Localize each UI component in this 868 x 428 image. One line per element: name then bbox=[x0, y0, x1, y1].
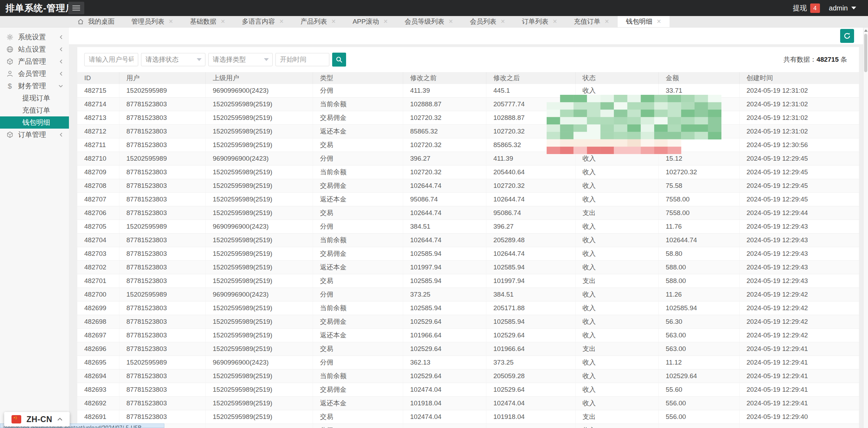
table-cell: 373.25 bbox=[486, 356, 576, 369]
withdraw-notice-button[interactable]: 提现 4 bbox=[793, 3, 820, 13]
scrollbar-thumb[interactable] bbox=[864, 34, 867, 72]
tab-7[interactable]: 会员列表✕ bbox=[461, 16, 513, 27]
close-icon[interactable]: ✕ bbox=[383, 19, 388, 24]
table-row[interactable]: 4827098778152380315202595989(2519)当前余额10… bbox=[77, 166, 859, 179]
table-cell: 2024-05-19 12:29:43 bbox=[740, 274, 859, 288]
tab-label: 钱包明细 bbox=[626, 17, 652, 26]
tab-2[interactable]: 基础数据✕ bbox=[181, 16, 233, 27]
table-cell: 102585.94 bbox=[403, 247, 486, 260]
type-select-placeholder: 请选择类型 bbox=[213, 55, 246, 64]
close-icon[interactable]: ✕ bbox=[169, 19, 173, 24]
table-row[interactable]: 482690152025959899690996900(2423)分佣351.5… bbox=[77, 424, 859, 428]
table-row[interactable]: 4826978778152380315202595989(2519)返还本金10… bbox=[77, 329, 859, 342]
tab-label: 基础数据 bbox=[190, 17, 216, 26]
table-row[interactable]: 4827088778152380315202595989(2519)交易佣金10… bbox=[77, 179, 859, 193]
tab-10[interactable]: 钱包明细✕ bbox=[618, 16, 670, 27]
close-icon[interactable]: ✕ bbox=[448, 19, 453, 24]
tab-label: 充值订单 bbox=[574, 17, 600, 26]
close-icon[interactable]: ✕ bbox=[220, 19, 225, 24]
close-icon[interactable]: ✕ bbox=[604, 19, 609, 24]
table-cell: 收入 bbox=[576, 329, 659, 342]
start-time-input[interactable] bbox=[275, 53, 329, 66]
sidebar-item-5[interactable]: 提现订单 bbox=[0, 92, 69, 104]
scrollbar-up-arrow-icon[interactable] bbox=[863, 28, 868, 33]
language-selector[interactable]: ZH-CN bbox=[4, 412, 70, 427]
table-cell: 15202595989(2519) bbox=[206, 342, 313, 356]
status-select[interactable]: 请选择状态 bbox=[141, 53, 205, 66]
tab-desktop[interactable]: 我的桌面 bbox=[69, 16, 123, 27]
table-row[interactable]: 4827038778152380315202595989(2519)交易佣金10… bbox=[77, 247, 859, 261]
table-row[interactable]: 4826948778152380315202595989(2519)当前余额10… bbox=[77, 369, 859, 383]
globe-icon bbox=[6, 46, 14, 53]
search-button[interactable] bbox=[332, 53, 346, 67]
table-row[interactable]: 482695152025959899690996900(2423)分佣362.1… bbox=[77, 356, 859, 369]
table-body: 482715152025959899690996900(2423)分佣411.3… bbox=[77, 84, 859, 428]
sidebar-item-6[interactable]: 充值订单 bbox=[0, 104, 69, 116]
sidebar-item-3[interactable]: 会员管理 bbox=[0, 68, 69, 80]
table-row[interactable]: 482715152025959899690996900(2423)分佣411.3… bbox=[77, 84, 859, 98]
sidebar-item-8[interactable]: 订单管理 bbox=[0, 129, 69, 141]
tab-9[interactable]: 充值订单✕ bbox=[565, 16, 617, 27]
sidebar-item-1[interactable]: 站点设置 bbox=[0, 43, 69, 55]
table-cell: 87781523803 bbox=[119, 193, 206, 206]
table-cell: 当前余额 bbox=[313, 98, 403, 111]
table-row[interactable]: 4827078778152380315202595989(2519)返还本金95… bbox=[77, 193, 859, 206]
table-cell: 482699 bbox=[77, 301, 119, 315]
type-select[interactable]: 请选择类型 bbox=[208, 53, 273, 66]
table-row[interactable]: 4826988778152380315202595989(2519)交易佣金10… bbox=[77, 315, 859, 329]
table-row[interactable]: 482700152025959899690996900(2423)分佣373.2… bbox=[77, 288, 859, 301]
hamburger-menu-button[interactable] bbox=[68, 2, 84, 14]
table-cell: 15202595989(2519) bbox=[206, 274, 313, 288]
table-cell: 556.00 bbox=[659, 397, 740, 410]
table-cell: 588.00 bbox=[659, 274, 740, 288]
table-cell: 563.00 bbox=[659, 342, 740, 356]
table-row[interactable]: 4827068778152380315202595989(2519)交易1026… bbox=[77, 206, 859, 220]
tab-4[interactable]: 产品列表✕ bbox=[292, 16, 344, 27]
user-menu[interactable]: admin bbox=[829, 4, 856, 12]
table-row[interactable]: 4827138778152380315202595989(2519)交易佣金10… bbox=[77, 111, 859, 125]
tab-8[interactable]: 订单列表✕ bbox=[514, 16, 565, 27]
tab-6[interactable]: 会员等级列表✕ bbox=[396, 16, 461, 27]
table-cell: 87781523803 bbox=[119, 274, 206, 288]
sidebar-item-2[interactable]: 产品管理 bbox=[0, 55, 69, 68]
sidebar-item-0[interactable]: 系统设置 bbox=[0, 31, 69, 43]
table-row[interactable]: 4826968778152380315202595989(2519)交易1025… bbox=[77, 342, 859, 356]
tab-bar: 我的桌面管理员列表✕基础数据✕多语言内容✕产品列表✕APP滚动✕会员等级列表✕会… bbox=[0, 16, 868, 28]
table-row[interactable]: 4827028778152380315202595989(2519)返还本金10… bbox=[77, 261, 859, 274]
table-row[interactable]: 4826918778152380315202595989(2519)交易1024… bbox=[77, 410, 859, 424]
table-cell: 收入 bbox=[576, 424, 659, 428]
close-icon[interactable]: ✕ bbox=[553, 19, 557, 24]
tab-label: 会员等级列表 bbox=[405, 17, 444, 26]
close-icon[interactable]: ✕ bbox=[331, 19, 336, 24]
table-row[interactable]: 4827018778152380315202595989(2519)交易1025… bbox=[77, 274, 859, 288]
chevron-down-icon bbox=[197, 58, 202, 61]
table-row[interactable]: 4827118778152380315202595989(2519)交易1027… bbox=[77, 138, 859, 152]
table-row[interactable]: 4826938778152380315202595989(2519)交易佣金10… bbox=[77, 383, 859, 397]
tab-3[interactable]: 多语言内容✕ bbox=[234, 16, 292, 27]
tab-5[interactable]: APP滚动✕ bbox=[344, 16, 396, 27]
table-row[interactable]: 4827148778152380315202595989(2519)当前余额10… bbox=[77, 98, 859, 111]
close-icon[interactable]: ✕ bbox=[500, 19, 505, 24]
tab-1[interactable]: 管理员列表✕ bbox=[123, 16, 181, 27]
summary-unit: 条 bbox=[839, 56, 847, 63]
table-row[interactable]: 4827128778152380315202595989(2519)返还本金85… bbox=[77, 125, 859, 138]
vertical-scrollbar[interactable] bbox=[863, 28, 868, 428]
table-row[interactable]: 482710152025959899690996900(2423)分佣396.2… bbox=[77, 152, 859, 166]
table-cell: 87781523803 bbox=[119, 98, 206, 111]
table-cell: 102529.64 bbox=[403, 342, 486, 356]
table-row[interactable]: 4826928778152380315202595989(2519)返还本金10… bbox=[77, 397, 859, 410]
column-header: 状态 bbox=[576, 72, 659, 84]
chevron-left-icon bbox=[59, 132, 63, 137]
close-icon[interactable]: ✕ bbox=[657, 19, 661, 24]
table-cell: 9690996900(2423) bbox=[206, 424, 313, 428]
user-number-input[interactable] bbox=[84, 53, 138, 66]
sidebar-item-7[interactable]: 钱包明细 bbox=[0, 116, 69, 129]
table-row[interactable]: 482705152025959899690996900(2423)分佣384.5… bbox=[77, 220, 859, 234]
tab-label: 多语言内容 bbox=[242, 17, 275, 26]
refresh-button[interactable] bbox=[840, 29, 854, 43]
close-icon[interactable]: ✕ bbox=[279, 19, 284, 24]
sidebar-item-4[interactable]: $财务管理 bbox=[0, 80, 69, 92]
table-row[interactable]: 4826998778152380315202595989(2519)当前余额10… bbox=[77, 301, 859, 315]
table-row[interactable]: 4827048778152380315202595989(2519)当前余额10… bbox=[77, 234, 859, 247]
china-flag-icon bbox=[11, 414, 22, 425]
